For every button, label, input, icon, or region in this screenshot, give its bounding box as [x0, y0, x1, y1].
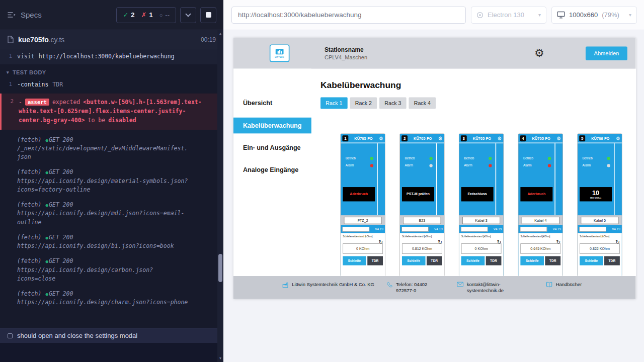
test-body-section-header[interactable]: ▾ TEST BODY: [0, 64, 217, 79]
refresh-icon[interactable]: ↻: [615, 239, 620, 244]
resistance-value: 0.812 KOhm: [402, 243, 442, 254]
footer-company: Littwin Systemtechnik GmbH & Co. KG: [282, 281, 376, 288]
logo-buildings-icon: [276, 49, 284, 54]
schleife-button[interactable]: Schleife: [461, 256, 485, 265]
firmware-version: V4.19: [612, 227, 620, 231]
logout-button[interactable]: Abmelden: [586, 46, 627, 60]
fetch-log-row[interactable]: (fetch)●GET 200https://api.iconify.desig…: [0, 254, 217, 287]
refresh-icon[interactable]: ↻: [497, 239, 502, 244]
sidebar-item-kabelueberwachung[interactable]: Kabelüberwachung: [233, 118, 311, 134]
reporter-footer-spacer: [0, 343, 217, 362]
chevron-down-icon: [185, 11, 191, 17]
betrieb-status-dot: [548, 157, 551, 160]
app-sidebar: Übersicht Kabelüberwachung Ein- und Ausg…: [233, 69, 311, 276]
measurement-label: Schleifenwiderstand [kOhm]: [343, 235, 383, 238]
schleife-button[interactable]: Schleife: [520, 256, 543, 265]
contains-command-row[interactable]: 1 -containsTDR: [0, 79, 217, 90]
footer-manuals-link[interactable]: Handbücher: [546, 281, 582, 288]
betrieb-label: Betrieb: [405, 156, 415, 160]
firmware-version: V4.19: [434, 227, 443, 231]
version-bar: [342, 227, 369, 231]
fetch-status: GET 200: [49, 201, 73, 208]
scrollbar-thumb[interactable]: [218, 254, 222, 282]
alarm-label: Alarm: [583, 163, 591, 167]
card-model: KÜ705-FO: [409, 136, 437, 141]
cable-name-field: Kabel 5: [581, 217, 618, 224]
browser-select[interactable]: Electron 130 ▾: [471, 7, 546, 24]
assert-badge: assert: [25, 99, 49, 106]
chevron-down-icon: ▾: [629, 12, 631, 18]
tdr-button[interactable]: TDR: [486, 256, 501, 265]
station-info: Stationsname CPLV4_Maschen: [325, 46, 367, 60]
stop-tests-button[interactable]: [200, 7, 216, 23]
card-settings-gear-icon[interactable]: ⚙: [438, 136, 442, 141]
betrieb-label: Betrieb: [346, 156, 356, 160]
version-bar: [520, 227, 547, 231]
book-icon: [546, 282, 552, 288]
footer-phone: Telefon: 04402 972577-0: [386, 281, 438, 294]
footer-email[interactable]: kontakt@littwin-systemtechnik.de: [457, 281, 507, 294]
card-settings-gear-icon[interactable]: ⚙: [497, 136, 502, 141]
sidebar-item-analoge-eingaenge[interactable]: Analoge Eingänge: [233, 162, 311, 178]
fetch-log-row[interactable]: (fetch)●GET 200https://api.iconify.desig…: [0, 230, 217, 254]
schleife-button[interactable]: Schleife: [580, 256, 603, 265]
stat-failed: ✗ 1: [141, 11, 153, 19]
card-settings-gear-icon[interactable]: ⚙: [615, 136, 620, 141]
sidebar-item-uebersicht[interactable]: Übersicht: [233, 96, 311, 112]
card-status-display: Erdschluss: [461, 187, 494, 201]
failed-count: 1: [149, 11, 152, 19]
app-footer: Littwin Systemtechnik GmbH & Co. KG Tele…: [233, 276, 635, 299]
version-bar: [579, 227, 606, 231]
tab-rack-2[interactable]: Rack 2: [350, 98, 377, 109]
alarm-label: Alarm: [464, 163, 472, 167]
card-model: KÜ705-FO: [527, 136, 555, 141]
schleife-button[interactable]: Schleife: [402, 256, 425, 265]
version-bar: [461, 227, 488, 231]
fetch-log-row[interactable]: (fetch)●GET 200https://api.iconify.desig…: [0, 287, 217, 311]
collapse-reporter-button[interactable]: [180, 7, 196, 23]
card-status-value: 10: [592, 190, 599, 197]
visit-command-row[interactable]: 1 visithttp://localhost:3000/kabelueberw…: [0, 49, 217, 64]
tab-rack-4[interactable]: Rack 4: [409, 98, 436, 109]
fetch-url: https://api.iconify.design/charm.json?ic…: [17, 298, 188, 307]
alarm-label: Alarm: [405, 163, 413, 167]
settings-gear-icon[interactable]: ⚙: [534, 48, 544, 59]
fetch-log-row[interactable]: (fetch)●GET 200/_next/static/development…: [0, 133, 217, 165]
fetch-status: GET 200: [49, 257, 73, 264]
url-input[interactable]: [231, 7, 466, 24]
command-log: 1 visithttp://localhost:3000/kabelueberw…: [0, 49, 217, 311]
chevron-down-icon: ▾: [7, 70, 9, 75]
command-name: visit: [17, 53, 35, 60]
card-status-display: PST-M prüfen: [402, 187, 434, 201]
fetch-log-row[interactable]: (fetch)●GET 200https://api.iconify.desig…: [0, 198, 217, 230]
specs-menu-button[interactable]: Specs: [7, 11, 42, 19]
assert-state: disabled: [108, 117, 136, 124]
tdr-button[interactable]: TDR: [367, 256, 383, 265]
betrieb-label: Betrieb: [523, 156, 533, 160]
tdr-button[interactable]: TDR: [427, 256, 442, 265]
card-settings-gear-icon[interactable]: ⚙: [379, 136, 383, 141]
tab-rack-3[interactable]: Rack 3: [379, 98, 407, 109]
chevron-down-icon: ▾: [538, 12, 541, 18]
fetch-log-row[interactable]: (fetch)●GET 200https://api.iconify.desig…: [0, 165, 217, 198]
cable-name-field: Kabel 3: [462, 217, 500, 224]
schleife-button[interactable]: Schleife: [343, 256, 366, 265]
app-header: LITTWIN Stationsname CPLV4_Maschen ⚙ Abm…: [233, 38, 635, 69]
tdr-button[interactable]: TDR: [545, 256, 560, 265]
tab-rack-1[interactable]: Rack 1: [320, 98, 348, 109]
refresh-icon[interactable]: ↻: [438, 239, 442, 244]
viewport-select[interactable]: 1000x660 (79%) ▾: [551, 7, 637, 24]
fetch-label: (fetch): [17, 234, 41, 241]
spec-file-row[interactable]: kue705fo.cy.ts 00:19: [0, 30, 223, 49]
refresh-icon[interactable]: ↻: [378, 239, 383, 244]
scroll-down-arrow-icon[interactable]: ▾: [217, 355, 223, 362]
collapsed-test-row[interactable]: should open and close the settings modal: [0, 328, 217, 343]
tdr-button[interactable]: TDR: [604, 256, 620, 265]
card-settings-gear-icon[interactable]: ⚙: [556, 136, 561, 141]
scroll-up-arrow-icon[interactable]: ▴: [217, 30, 223, 37]
littwin-logo: LITTWIN: [270, 44, 290, 62]
reporter-scrollbar[interactable]: ▴ ▾: [217, 30, 223, 362]
refresh-icon[interactable]: ↻: [556, 239, 561, 244]
sidebar-item-ein-und-ausgaenge[interactable]: Ein- und Ausgänge: [233, 140, 311, 156]
failed-assert-row[interactable]: 2 -assertexpected<button.w-[50%].h-[1.56…: [0, 94, 217, 130]
